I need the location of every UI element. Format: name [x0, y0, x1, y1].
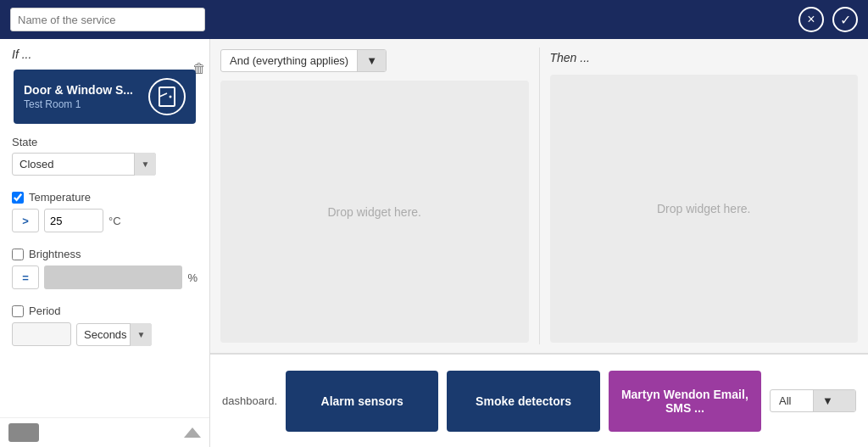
- temp-operator-btn[interactable]: >: [12, 209, 39, 232]
- device-icon: [148, 78, 186, 115]
- condition-header: And (everything applies) ▼: [220, 49, 529, 72]
- temperature-checkbox[interactable]: [12, 192, 24, 204]
- period-checkbox[interactable]: [12, 305, 24, 317]
- close-button[interactable]: ×: [798, 7, 824, 32]
- condition-drop-label: Drop widget here.: [327, 205, 421, 219]
- temp-operator-label: >: [22, 215, 29, 227]
- temperature-checkbox-row: Temperature: [12, 191, 198, 204]
- if-label: If ...: [0, 39, 209, 66]
- device-card: Door & Window S... Test Room 1: [14, 70, 196, 124]
- period-unit-select-wrapper[interactable]: Seconds Minutes Hours ▼: [76, 323, 152, 346]
- period-row: Seconds Minutes Hours ▼: [12, 322, 198, 346]
- add-button[interactable]: [8, 423, 39, 442]
- close-icon: ×: [807, 12, 815, 27]
- confirm-button[interactable]: ✓: [832, 7, 858, 32]
- right-panel: And (everything applies) ▼ Drop widget h…: [210, 39, 868, 447]
- device-info: Door & Window S... Test Room 1: [24, 83, 142, 110]
- and-dropdown-arrow: ▼: [357, 50, 386, 71]
- device-room: Test Room 1: [24, 98, 142, 110]
- and-dropdown-label: And (everything applies): [221, 50, 357, 71]
- condition-area: And (everything applies) ▼ Drop widget h…: [210, 39, 539, 353]
- brightness-op-label: =: [22, 271, 29, 284]
- brightness-row: = %: [12, 265, 198, 289]
- email-sms-card[interactable]: Martyn Wendon Email, SMS ...: [609, 371, 761, 432]
- period-value-input[interactable]: [12, 322, 71, 346]
- svg-point-3: [170, 96, 172, 98]
- main-content: If ... 🗑 Door & Window S... Test Room 1: [0, 39, 868, 447]
- then-area: Then ... Drop widget here.: [540, 39, 869, 353]
- temp-value-input[interactable]: [44, 209, 103, 232]
- svg-line-2: [159, 93, 167, 97]
- door-icon: [155, 85, 179, 109]
- top-bar: × ✓: [0, 0, 868, 39]
- brightness-value-slider[interactable]: [44, 265, 182, 289]
- period-unit-select[interactable]: Seconds Minutes Hours: [76, 323, 152, 346]
- state-select[interactable]: Closed Open: [12, 153, 156, 176]
- then-drop-zone[interactable]: Drop widget here.: [550, 75, 859, 343]
- state-select-wrapper[interactable]: Closed Open ▼: [12, 153, 156, 176]
- left-panel-footer: [0, 417, 209, 447]
- alarm-sensors-label: Alarm sensors: [321, 394, 403, 408]
- period-label: Period: [29, 305, 61, 317]
- collapse-button[interactable]: [184, 427, 201, 438]
- brightness-checkbox-row: Brightness: [12, 248, 198, 260]
- if-then-area: And (everything applies) ▼ Drop widget h…: [210, 39, 868, 354]
- brightness-label: Brightness: [29, 248, 81, 260]
- check-icon: ✓: [840, 12, 851, 28]
- bottom-area: dashboard. Alarm sensors Smoke detectors…: [210, 354, 868, 447]
- service-name-input[interactable]: [10, 8, 205, 31]
- state-label: State: [12, 136, 198, 148]
- svg-rect-0: [159, 87, 175, 106]
- brightness-operator[interactable]: =: [12, 265, 39, 289]
- then-drop-label: Drop widget here.: [657, 202, 751, 215]
- state-row: Closed Open ▼: [12, 153, 198, 176]
- brightness-checkbox[interactable]: [12, 249, 24, 260]
- device-name: Door & Window S...: [24, 83, 142, 97]
- alarm-sensors-card[interactable]: Alarm sensors: [286, 371, 438, 432]
- smoke-detectors-card[interactable]: Smoke detectors: [447, 371, 599, 432]
- condition-drop-zone[interactable]: Drop widget here.: [220, 81, 529, 343]
- brightness-unit: %: [187, 271, 198, 284]
- left-panel: If ... 🗑 Door & Window S... Test Room 1: [0, 39, 210, 447]
- email-sms-label: Martyn Wendon Email, SMS ...: [617, 388, 753, 415]
- temperature-label: Temperature: [29, 191, 91, 204]
- temp-unit: °C: [108, 215, 121, 227]
- bottom-cards: Alarm sensors Smoke detectors Martyn Wen…: [286, 371, 761, 432]
- and-dropdown[interactable]: And (everything applies) ▼: [220, 49, 387, 72]
- filter-dropdown-label: All: [771, 390, 813, 411]
- bottom-description: dashboard.: [222, 394, 277, 407]
- filter-dropdown[interactable]: All ▼: [770, 389, 856, 412]
- temperature-section: Temperature > °C: [0, 191, 209, 248]
- then-label: Then ...: [550, 49, 859, 66]
- period-section: Period Seconds Minutes Hours ▼: [0, 305, 209, 361]
- state-section: State Closed Open ▼: [0, 127, 209, 191]
- smoke-detectors-label: Smoke detectors: [476, 394, 571, 408]
- period-checkbox-row: Period: [12, 305, 198, 317]
- temperature-row: > °C: [12, 209, 198, 232]
- brightness-section: Brightness = %: [0, 248, 209, 305]
- filter-dropdown-arrow: ▼: [813, 390, 855, 411]
